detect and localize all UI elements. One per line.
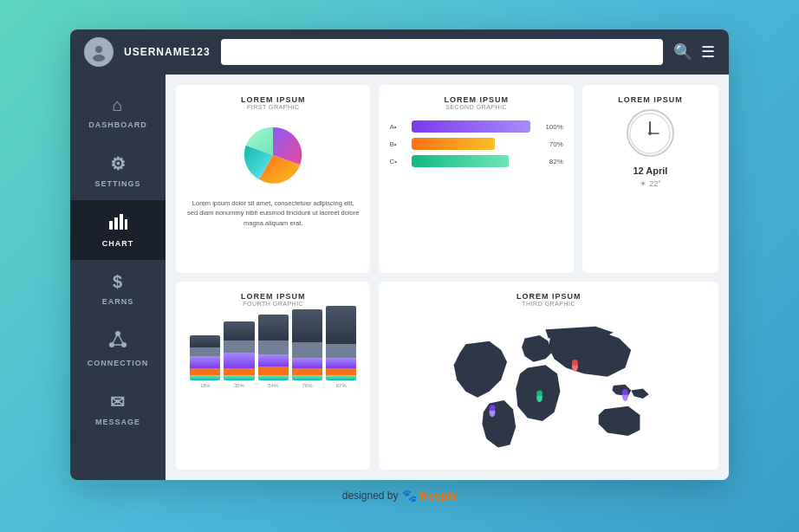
svg-rect-3 [114,217,118,230]
first-graphic-title: LOREM IPSUM [186,95,360,104]
dashboard-container: USERNAME123 🔍 ☰ ⌂ DASHBOARD ⚙ SETTINGS [70,29,729,480]
pie-chart-svg [238,120,308,190]
avatar [84,37,114,67]
clock-face [627,109,674,157]
stacked-label-4: 76% [302,383,312,388]
second-graphic-card: LOREM IPSUM SECOND GRAPHIC A• 100% B• [379,85,573,273]
svg-point-1 [93,55,105,62]
svg-point-22 [537,390,543,396]
stacked-label-2: 35% [234,383,244,388]
footer: designed by 🐾 freepik [342,489,457,503]
first-graphic-body: Lorem ipsum dolor sit amet, consectetuer… [186,198,360,228]
bar-track-b [412,138,529,150]
sidebar-label-message: MESSAGE [95,418,140,426]
top-bar: USERNAME123 🔍 ☰ [70,29,729,75]
menu-icon[interactable]: ☰ [701,42,715,62]
stacked-label-3: 54% [268,383,278,388]
svg-point-16 [648,132,652,135]
sidebar-item-chart[interactable]: CHART [70,200,166,260]
sidebar-item-dashboard[interactable]: ⌂ DASHBOARD [70,83,166,141]
sidebar-item-connection[interactable]: CONNECTION [70,318,166,380]
stacked-group-2: 35% [224,321,254,388]
bar-fill-a [412,120,529,133]
main-content: ⌂ DASHBOARD ⚙ SETTINGS CHART [70,75,729,480]
bar-chart-area: A• 100% B• 70% C• [389,120,562,167]
bar-value-b: 70% [536,140,563,148]
second-graphic-title: LOREM IPSUM [389,95,562,104]
clock-title: LOREM IPSUM [618,95,683,104]
stacked-group-5: 87% [326,306,356,388]
sidebar-label-dashboard: DASHBOARD [88,120,147,129]
bar-fill-c [412,155,509,167]
fourth-graphic-card: LOREM IPSUM FOURTH GRAPHIC 18% [176,282,370,470]
stacked-group-4: 76% [292,309,322,388]
stacked-label-5: 87% [336,383,347,388]
bar-value-a: 100% [536,123,563,131]
weather-icon: ☀ [640,179,646,188]
settings-icon: ⚙ [110,153,127,174]
world-map-svg [389,321,708,451]
content-area: LOREM IPSUM FIRST GRAPHIC [166,75,729,480]
bar-row-a: A• 100% [389,120,562,133]
clock-date: 12 April [633,165,667,176]
pie-chart-container [186,120,360,190]
sidebar-item-earns[interactable]: $ EARNS [70,260,166,318]
top-icons: 🔍 ☰ [673,42,715,62]
map-container [389,312,708,459]
earns-icon: $ [113,272,123,292]
search-input[interactable] [221,39,663,65]
third-graphic-subtitle: THIRD GRAPHIC [389,301,708,307]
bar-label-b: B• [389,140,406,148]
sidebar-label-earns: EARNS [102,297,134,306]
bar-label-a: A• [389,123,406,131]
first-graphic-card: LOREM IPSUM FIRST GRAPHIC [176,85,370,273]
sidebar-item-message[interactable]: ✉ MESSAGE [70,380,166,438]
stacked-bars: 18% 35% [186,319,360,388]
svg-point-24 [622,389,628,395]
freepik-logo-icon: 🐾 [402,489,417,503]
svg-rect-4 [120,214,123,230]
bar-value-c: 82% [536,158,563,165]
username-label: USERNAME123 [124,46,211,58]
svg-line-9 [112,334,118,345]
stacked-group-3: 54% [258,315,289,388]
designed-by-text: designed by [342,490,399,502]
freepik-brand: freepik [420,490,458,503]
message-icon: ✉ [110,392,126,412]
second-graphic-subtitle: SECOND GRAPHIC [389,104,562,110]
sidebar: ⌂ DASHBOARD ⚙ SETTINGS CHART [70,75,166,480]
clock-card: LOREM IPSUM 12 April ☀ 22° [582,85,718,273]
svg-point-20 [572,360,578,366]
svg-rect-5 [125,219,127,230]
bar-track-a [412,120,529,133]
svg-line-10 [118,334,124,345]
sidebar-item-settings[interactable]: ⚙ SETTINGS [70,141,166,200]
svg-rect-2 [109,221,113,230]
search-icon[interactable]: 🔍 [673,42,692,62]
bar-fill-b [412,138,495,150]
bar-track-c [412,155,529,167]
clock-weather: ☀ 22° [640,179,661,188]
bar-row-c: C• 82% [389,155,562,167]
fourth-graphic-title: LOREM IPSUM [186,292,360,301]
home-icon: ⌂ [112,95,123,115]
svg-point-0 [95,46,102,53]
stacked-group-1: 18% [190,335,220,388]
stacked-label-1: 18% [200,383,211,388]
bar-row-b: B• 70% [389,138,562,150]
svg-point-18 [490,405,496,412]
third-graphic-card: LOREM IPSUM THIRD GRAPHIC [379,282,718,470]
clock-svg [628,112,672,155]
sidebar-label-connection: CONNECTION [88,359,149,367]
third-graphic-title: LOREM IPSUM [389,292,708,301]
first-graphic-subtitle: FIRST GRAPHIC [186,104,360,110]
chart-icon [108,212,127,234]
clock-temp: 22° [649,179,661,188]
bar-label-c: C• [389,158,406,165]
connection-icon [108,330,127,354]
sidebar-label-settings: SETTINGS [94,179,140,188]
sidebar-label-chart: CHART [102,239,134,248]
